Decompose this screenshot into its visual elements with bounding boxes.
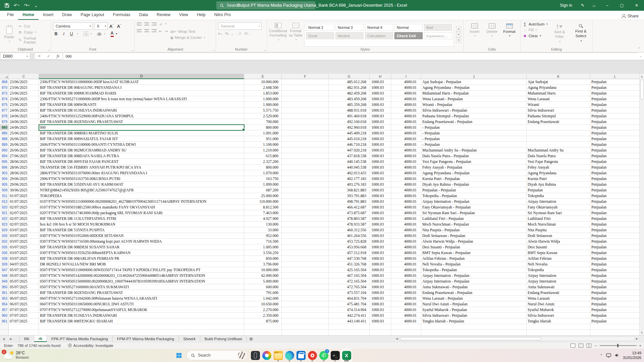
cell-I920[interactable]: 4000.01 [391, 204, 421, 210]
row-header-960[interactable]: 960 [0, 313, 9, 318]
cell-K922[interactable]: Luthfiatul Fitri [527, 216, 590, 222]
cell-C911[interactable]: 01/07/2025 [9, 193, 39, 199]
cell-K961[interactable]: Tengku Idariah [527, 318, 590, 324]
collapse-ribbon-icon[interactable]: ⌃ [638, 47, 641, 51]
column-header-F[interactable]: F [282, 74, 329, 79]
cell-F888[interactable] [282, 136, 329, 142]
tab-file[interactable]: File [3, 11, 18, 20]
style-tile-normal-4[interactable]: Normal 4 [365, 24, 393, 31]
cell-I909[interactable]: 4000.01 [391, 187, 421, 193]
cell-G913[interactable]: 498.791.883 [329, 199, 370, 204]
expand-formula-bar-icon[interactable]: ⌄ [637, 53, 644, 60]
cell-J888[interactable]: - Penjualan [421, 136, 527, 142]
cell-D913[interactable]: 0107/FTSCY/WS95051110000000.00200008203_… [39, 199, 244, 204]
cell-C880[interactable]: 24/06/2025 [9, 125, 39, 130]
cell-G951[interactable]: 473.557.104 [329, 290, 370, 296]
cell-H894[interactable]: 1000.03 [370, 153, 391, 159]
tab-view[interactable]: View [175, 11, 193, 20]
autosum-button[interactable]: ∑AutoSum▾ [523, 22, 548, 26]
ribbon-display-options-icon[interactable]: ⌓ [588, 3, 600, 8]
cell-J904[interactable]: Kurnia Putri - Penjualan [421, 176, 527, 182]
row-header-961[interactable]: 961 [0, 318, 9, 324]
cell-G894[interactable]: 437.818.338 [329, 153, 370, 159]
row-header-889[interactable]: 889 [0, 142, 9, 147]
row-header-877[interactable]: 877 [0, 108, 9, 113]
cell-F874[interactable] [282, 96, 329, 102]
cell-L880[interactable]: Penjualan [590, 125, 640, 130]
cell-G957[interactable]: 474.514.904 [329, 307, 370, 313]
zoom-slider[interactable] [600, 345, 637, 346]
cell-C953[interactable]: 06/07/2025 [9, 296, 39, 301]
cell-E888[interactable]: 951.000 [244, 136, 282, 142]
insert-cells-button[interactable]: Insert▾ [466, 21, 483, 47]
cell-L923[interactable]: Penjualan [590, 222, 640, 227]
cell-G911[interactable]: 393.791.883 [329, 193, 370, 199]
cell-J896[interactable]: Febry Ansyah - Penjualan [421, 165, 527, 170]
cell-C957[interactable]: 07/07/2025 [9, 307, 39, 313]
align-center-icon[interactable] [144, 29, 149, 33]
cell-C932[interactable]: 03/07/2025 [9, 239, 39, 244]
cell-H890[interactable]: 1000.03 [370, 147, 391, 153]
cell-F938[interactable] [282, 256, 329, 261]
tab-home[interactable]: Home [18, 11, 39, 20]
column-header-E[interactable]: E [244, 74, 282, 79]
cell-I894[interactable]: 4000.01 [391, 153, 421, 159]
sort-filter-button[interactable]: AZ Sort & Filter▾ [550, 22, 569, 47]
cell-D889[interactable]: 2606/FTSCY/WS950311100000.00SANTI CYNTHI… [39, 142, 244, 147]
cell-D894[interactable]: BIF TRANSFER DR 008DAFA NASELA PUTRA [39, 153, 244, 159]
cell-J930[interactable]: Dodi Setiaawan - Penjualan [421, 233, 527, 239]
cell-H951[interactable]: 1000.03 [370, 290, 391, 296]
cell-G874[interactable]: 483.459.268 [329, 96, 370, 102]
cell-D949[interactable]: 0507/FTSCY/WS950515000000.00200008203_10… [39, 279, 244, 284]
normal-view-icon[interactable] [571, 344, 575, 348]
cell-F896[interactable] [282, 165, 329, 170]
cell-D921[interactable]: 0207/FTSCY/WS950317463000.00dp packaging… [39, 210, 244, 216]
cell-C947[interactable]: 05/07/2025 [9, 267, 39, 273]
cell-L947[interactable]: Penjualan [590, 267, 640, 273]
cell-C870[interactable]: 23/06/2025 [9, 85, 39, 90]
cell-F935[interactable] [282, 244, 329, 250]
cell-C922[interactable]: 02/07/2025 [9, 216, 39, 222]
column-header-J[interactable]: J [421, 74, 527, 79]
cell-E922[interactable]: 4.927.900 [244, 216, 282, 222]
cell-C895[interactable]: 28/06/2025 [9, 159, 39, 165]
row-header-957[interactable]: 957 [0, 307, 9, 313]
cell-G878[interactable]: 491.460.018 [329, 113, 370, 119]
column-header-L[interactable]: L [590, 74, 640, 79]
row-header-935[interactable]: 935 [0, 244, 9, 250]
row-header-949[interactable]: 949 [0, 279, 9, 284]
cell-F880[interactable] [282, 125, 329, 130]
row-header-936[interactable]: 936 [0, 250, 9, 256]
cell-C877[interactable]: 24/06/2025 [9, 108, 39, 113]
cell-I911[interactable]: 4000.01 [391, 193, 421, 199]
cell-J948[interactable]: Airpay Internation - Penjualan [421, 273, 527, 279]
cell-J873[interactable]: Muhammad Haris - Penjualan [421, 90, 527, 96]
cell-I890[interactable]: 4000.01 [391, 147, 421, 153]
cell-C905[interactable]: 29/06/2025 [9, 182, 39, 187]
sheet-nav-left-icon[interactable]: ◀ [0, 336, 7, 342]
cell-J894[interactable]: Dafa Nasela Putra - Penjualan [421, 153, 527, 159]
cell-H949[interactable]: 1000.03 [370, 279, 391, 284]
cell-D935[interactable]: BIF TRANSFER DR 008DESI SUSANTI SAHAR [39, 244, 244, 250]
undo-button[interactable]: ↶▾ [14, 3, 19, 8]
cell-H935[interactable]: 1000.03 [370, 244, 391, 250]
cell-D911[interactable]: TOKOPEDIA [39, 193, 244, 199]
cell-J957[interactable]: Syaiful Mubarok - Penjualan [421, 307, 527, 313]
cell-E960[interactable]: 2.350.000 [244, 313, 282, 318]
formula-bar-splitter[interactable]: ⋮ [30, 52, 34, 60]
cell-J911[interactable]: Tokopedia - Penjualan [421, 193, 527, 199]
cell-E947[interactable]: 10.000.000 [244, 267, 282, 273]
cell-I930[interactable]: 4000.01 [391, 233, 421, 239]
wrap-text-button[interactable]: ab↵Wrap Text [170, 29, 205, 34]
cell-L929[interactable]: Penjualan [590, 227, 640, 233]
find-select-button[interactable]: Find & Select▾ [571, 22, 590, 47]
cell-J909[interactable]: Penjualan - Penjualan [421, 187, 527, 193]
cell-H886[interactable]: 1000.03 [370, 130, 391, 136]
cell-G903[interactable]: 402.013.433 [329, 170, 370, 176]
underline-button[interactable]: U [68, 32, 74, 36]
cell-F873[interactable] [282, 90, 329, 96]
fill-button[interactable]: ↓Fill▾ [523, 28, 548, 32]
cell-D947[interactable]: 0507/FTSCY/WS9505110000000.00WD350717414… [39, 267, 244, 273]
cell-D903[interactable]: 2806/FTSCY/WS950311070000.00inv 83AGUNG … [39, 170, 244, 176]
column-header-K[interactable]: K [527, 74, 590, 79]
